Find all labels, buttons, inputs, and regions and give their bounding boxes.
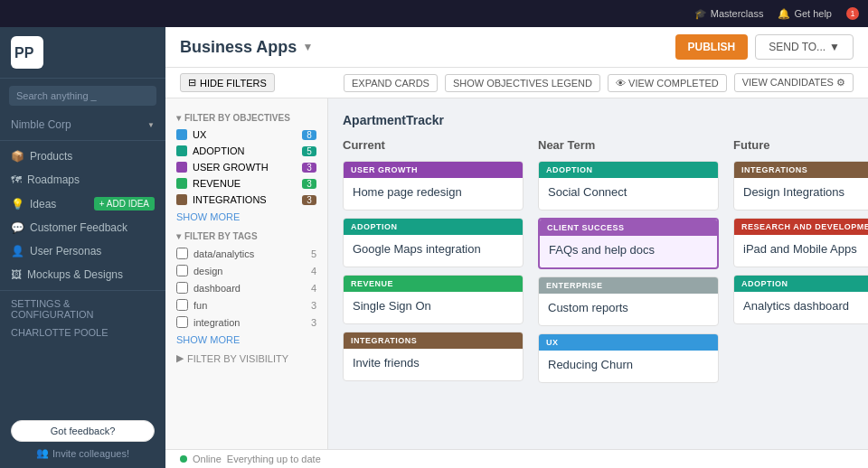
send-to-button[interactable]: SEND TO... ▼	[755, 34, 854, 60]
card-title-design-integrations: Design Integrations	[743, 185, 868, 201]
filter-visibility[interactable]: ▶ FILTER BY VISIBILITY	[165, 349, 327, 368]
publish-button[interactable]: PUBLISH	[675, 34, 749, 60]
filter-icon: ⊟	[188, 77, 196, 89]
card-title-invite: Invite friends	[353, 356, 514, 371]
card-single-sign-on[interactable]: REVENUE Single Sign On	[343, 275, 524, 324]
search-input[interactable]	[9, 86, 156, 106]
roadmaps-icon: 🗺	[11, 173, 22, 186]
card-title-custom-reports: Custom reports	[548, 301, 709, 316]
chevron-objectives-icon: ▾	[176, 113, 181, 123]
popup-area: CLIENT SUCCESS FAQs and help docs	[538, 218, 719, 269]
sidebar-item-user-personas[interactable]: 👤 User Personas	[0, 239, 165, 263]
tag-adoption-3: ADOPTION	[734, 276, 868, 292]
notification-badge: 1	[846, 7, 859, 20]
tag-enterprise: ENTERPRISE	[539, 277, 718, 294]
card-title-ipad-mobile: iPad and Mobile Apps	[743, 242, 868, 257]
invite-icon: 👥	[36, 447, 49, 459]
board-title: ApartmentTrackr	[343, 113, 854, 127]
filter-ux[interactable]: UX 8	[165, 126, 327, 143]
tag-research: RESEARCH AND DEVELOPMENT	[734, 219, 868, 235]
show-objectives-button[interactable]: SHOW OBJECTIVES LEGEND	[445, 74, 600, 92]
card-faqs-popup[interactable]: CLIENT SUCCESS FAQs and help docs	[538, 218, 719, 269]
card-design-integrations[interactable]: INTEGRATIONS Design Integrations	[733, 161, 868, 211]
prodpad-logo-icon: PP	[11, 36, 43, 69]
tag-user-growth: USER GROWTH	[344, 162, 523, 178]
graduation-icon: 🎓	[694, 8, 707, 20]
card-title-home-page: Home page redesign	[353, 185, 514, 201]
sidebar-divider	[0, 140, 165, 141]
notification-bell[interactable]: 1	[846, 7, 859, 20]
settings-link[interactable]: SETTINGS & CONFIGURATION	[0, 295, 165, 323]
card-analytics-dashboard[interactable]: ADOPTION Analytics dashboard	[733, 275, 868, 324]
card-ipad-mobile[interactable]: RESEARCH AND DEVELOPMENT iPad and Mobile…	[733, 218, 868, 267]
tag-integrations-1: INTEGRATIONS	[344, 332, 523, 349]
tag-client-success: CLIENT SUCCESS	[540, 220, 717, 236]
filter-panel: ▾ FILTER BY OBJECTIVES UX 8 ADOPTION	[165, 98, 328, 449]
filter-tag-integration[interactable]: integration 3	[165, 314, 327, 331]
sidebar-footer: Got feedback? 👥 Invite colleagues!	[0, 411, 165, 468]
ideas-icon: 💡	[11, 198, 24, 211]
tags-show-more[interactable]: SHOW MORE	[165, 331, 327, 349]
eye-icon: 👁	[616, 78, 626, 89]
help-link[interactable]: 🔔 Get help	[778, 8, 832, 20]
add-idea-button[interactable]: + ADD IDEA	[94, 197, 155, 211]
column-current-title: Current	[343, 138, 524, 152]
sidebar-item-ideas[interactable]: 💡 Ideas + ADD IDEA	[0, 192, 165, 216]
filter-tag-analytics[interactable]: data/analytics 5	[165, 245, 327, 262]
masterclass-link[interactable]: 🎓 Masterclass	[694, 8, 764, 20]
card-title-sso: Single Sign On	[353, 299, 514, 314]
view-candidates-button[interactable]: VIEW CANDIDATES ⚙	[734, 73, 854, 92]
column-near-term: Near Term ADOPTION Social Connect CLIENT…	[538, 138, 719, 449]
filter-tag-dashboard[interactable]: dashboard 4	[165, 279, 327, 296]
online-indicator	[180, 455, 187, 463]
topbar: 🎓 Masterclass 🔔 Get help 1	[0, 0, 868, 27]
svg-text:PP: PP	[14, 45, 34, 61]
page-title: Business Apps ▼	[180, 38, 313, 57]
invite-colleagues-button[interactable]: 👥 Invite colleagues!	[11, 447, 155, 459]
tag-revenue-1: REVENUE	[344, 276, 523, 292]
hide-filters-button[interactable]: ⊟ HIDE FILTERS	[180, 73, 275, 92]
card-title-google-maps: Google Maps integration	[353, 242, 514, 257]
sidebar-item-roadmaps[interactable]: 🗺 Roadmaps	[0, 168, 165, 192]
got-feedback-button[interactable]: Got feedback?	[11, 420, 155, 442]
products-icon: 📦	[11, 150, 24, 163]
view-completed-button[interactable]: 👁 VIEW COMPLETED	[608, 74, 727, 92]
feedback-icon: 💬	[11, 221, 24, 234]
filter-tag-design[interactable]: design 4	[165, 262, 327, 279]
tags-filter-title: ▾ FILTER BY TAGS	[165, 226, 327, 245]
sidebar-item-mockups[interactable]: 🖼 Mockups & Designs	[0, 263, 165, 286]
board: ApartmentTrackr Current USER GROWTH Home…	[328, 98, 868, 449]
dropdown-arrow-icon[interactable]: ▼	[302, 41, 313, 53]
status-bar: Online Everything up to date	[165, 449, 868, 468]
board-area: ▾ FILTER BY OBJECTIVES UX 8 ADOPTION	[165, 98, 868, 449]
sidebar-item-customer-feedback[interactable]: 💬 Customer Feedback	[0, 216, 165, 239]
integrations-color	[176, 194, 187, 205]
filter-integrations[interactable]: INTEGRATIONS 3	[165, 192, 327, 208]
ux-color	[176, 129, 187, 140]
card-home-page[interactable]: USER GROWTH Home page redesign	[343, 161, 524, 211]
filter-bar: ⊟ HIDE FILTERS EXPAND CARDS SHOW OBJECTI…	[165, 68, 868, 98]
card-social-connect[interactable]: ADOPTION Social Connect	[538, 161, 719, 211]
filter-revenue[interactable]: REVENUE 3	[165, 175, 327, 192]
user-profile-link[interactable]: CHARLOTTE POOLE	[0, 323, 165, 342]
revenue-color	[176, 178, 187, 189]
card-reducing-churn[interactable]: UX Reducing Churn	[538, 333, 719, 383]
card-google-maps[interactable]: ADOPTION Google Maps integration	[343, 218, 524, 267]
card-title-faqs: FAQs and help docs	[549, 243, 708, 258]
card-custom-reports[interactable]: ENTERPRISE Custom reports	[538, 276, 719, 326]
adoption-color	[176, 145, 187, 156]
filter-tag-fun[interactable]: fun 3	[165, 296, 327, 314]
columns-container: Current USER GROWTH Home page redesign A…	[343, 138, 854, 449]
company-selector[interactable]: Nimble Corp ▼	[0, 113, 165, 136]
objectives-show-more[interactable]: SHOW MORE	[165, 208, 327, 226]
filter-adoption[interactable]: ADOPTION 5	[165, 143, 327, 159]
content-header: Business Apps ▼ PUBLISH SEND TO... ▼	[165, 27, 868, 68]
logo-area: PP	[0, 27, 165, 79]
sidebar-item-products[interactable]: 📦 Products	[0, 145, 165, 168]
tag-adoption-1: ADOPTION	[344, 219, 523, 235]
chevron-tags-icon: ▾	[176, 231, 181, 241]
filter-user-growth[interactable]: USER GROWTH 3	[165, 159, 327, 175]
expand-cards-button[interactable]: EXPAND CARDS	[344, 74, 438, 92]
card-invite-friends[interactable]: INTEGRATIONS Invite friends	[343, 332, 524, 381]
tag-adoption-2: ADOPTION	[539, 162, 718, 178]
